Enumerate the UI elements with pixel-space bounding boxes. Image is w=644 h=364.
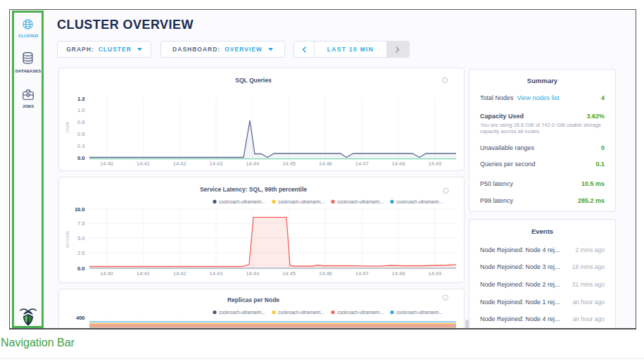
svg-text:i: i [446, 189, 446, 193]
svg-text:10.0: 10.0 [75, 206, 85, 213]
svg-text:cockroach-ultramarin...: cockroach-ultramarin... [337, 199, 384, 204]
svg-text:14:46: 14:46 [319, 270, 332, 277]
svg-text:14:47: 14:47 [355, 270, 369, 277]
svg-text:14:48: 14:48 [392, 270, 405, 277]
svg-text:14:40: 14:40 [100, 161, 113, 167]
svg-text:14:47: 14:47 [355, 161, 369, 167]
svg-text:14:46: 14:46 [319, 161, 332, 167]
svg-text:1.3: 1.3 [77, 96, 84, 102]
svg-text:14:49: 14:49 [428, 161, 441, 167]
svg-text:14:42: 14:42 [173, 161, 187, 167]
svg-text:cockroach-ultramarin...: cockroach-ultramarin... [278, 199, 324, 204]
svg-text:14:44: 14:44 [246, 161, 259, 167]
svg-text:14:45: 14:45 [282, 161, 296, 167]
svg-text:2.5: 2.5 [77, 250, 84, 256]
svg-text:count: count [65, 122, 70, 133]
svg-text:0.0: 0.0 [77, 155, 84, 161]
svg-text:14:40: 14:40 [100, 270, 113, 277]
svg-text:14:43: 14:43 [210, 161, 223, 167]
svg-text:14:41: 14:41 [137, 270, 150, 277]
svg-text:14:45: 14:45 [282, 270, 296, 277]
svg-text:seconds: seconds [65, 230, 70, 248]
svg-text:cockroach-ultramarin...: cockroach-ultramarin... [396, 310, 443, 315]
svg-text:0.8: 0.8 [77, 119, 84, 125]
svg-text:cockroach-ultramarin...: cockroach-ultramarin... [396, 199, 443, 204]
svg-text:14:44: 14:44 [246, 270, 259, 277]
svg-text:14:43: 14:43 [210, 270, 223, 277]
svg-text:cockroach-ultramarin...: cockroach-ultramarin... [337, 310, 384, 315]
svg-text:i: i [445, 296, 446, 300]
svg-text:Replicas per Node: Replicas per Node [227, 296, 279, 303]
svg-text:0.3: 0.3 [77, 143, 84, 149]
svg-text:7.5: 7.5 [77, 220, 84, 227]
svg-text:SQL Queries: SQL Queries [235, 77, 272, 84]
svg-text:14:42: 14:42 [173, 270, 187, 277]
svg-text:i: i [444, 78, 445, 82]
svg-text:400: 400 [76, 315, 85, 321]
svg-text:cockroach-ultramarin...: cockroach-ultramarin... [278, 310, 324, 315]
svg-text:0.5: 0.5 [77, 131, 84, 137]
svg-text:5.0: 5.0 [77, 235, 84, 241]
svg-text:14:49: 14:49 [428, 270, 441, 277]
svg-text:1.0: 1.0 [77, 107, 84, 113]
svg-text:cockroach-ultramarin...: cockroach-ultramarin... [219, 199, 265, 204]
svg-text:0.0: 0.0 [77, 265, 84, 272]
svg-text:cockroach-ultramarin...: cockroach-ultramarin... [219, 310, 265, 315]
svg-text:14:48: 14:48 [392, 161, 405, 167]
svg-text:Service Latency: SQL, 99th per: Service Latency: SQL, 99th percentile [200, 186, 307, 193]
svg-text:14:41: 14:41 [137, 161, 150, 167]
